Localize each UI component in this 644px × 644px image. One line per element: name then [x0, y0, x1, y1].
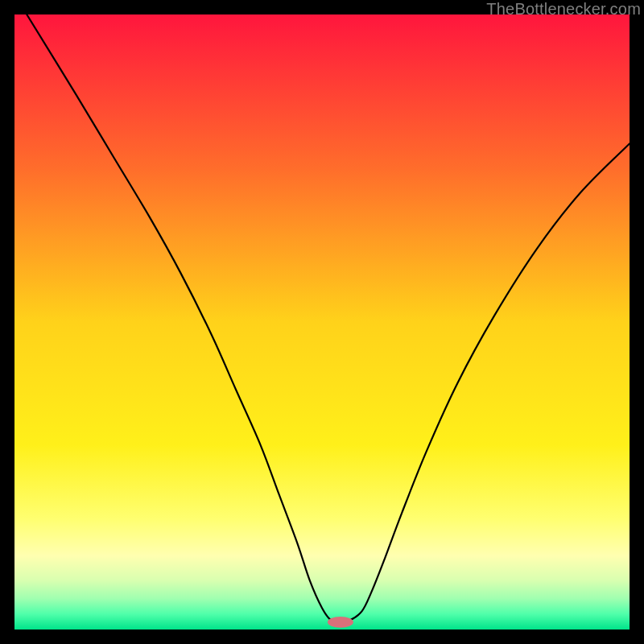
bottleneck-chart	[14, 14, 630, 630]
attribution-label: TheBottlenecker.com	[486, 0, 641, 19]
gradient-background	[14, 14, 630, 630]
plot-area	[14, 14, 630, 630]
chart-frame: TheBottlenecker.com	[0, 0, 644, 644]
optimal-marker	[328, 617, 353, 628]
